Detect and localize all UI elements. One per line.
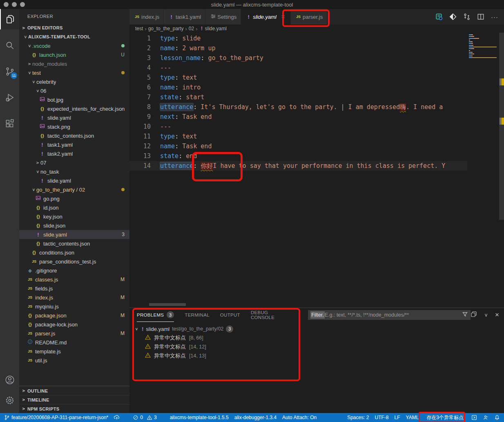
activity-source-control-icon[interactable]: 11 <box>0 61 19 82</box>
code-line-1[interactable]: 1type: slide <box>129 33 467 43</box>
code-line-12[interactable]: 12name: Task end <box>129 141 467 151</box>
tree-item-index.js[interactable]: JSindex.jsM <box>19 293 129 302</box>
scrollbar-thumb[interactable] <box>499 33 504 220</box>
code-editor[interactable]: 1type: slide2name: 2 warm up3lesson_name… <box>129 33 504 308</box>
tab-task1.yaml[interactable]: !task1.yaml <box>164 9 205 25</box>
activity-explorer-icon[interactable] <box>0 9 19 29</box>
problems-status-item[interactable]: 0 3 <box>130 413 159 422</box>
timeline-section[interactable]: >TIMELINE <box>19 395 129 404</box>
tree-item-.vscode[interactable]: >.vscode <box>19 41 129 50</box>
activity-run-debug-icon[interactable] <box>0 87 19 108</box>
panel-tab-terminal[interactable]: TERMINAL <box>185 308 210 322</box>
code-line-9[interactable]: 9next: Task end <box>129 112 467 122</box>
problem-row[interactable]: 异常中文标点[14, 12] <box>129 342 504 351</box>
tab-parser.js[interactable]: JSparser.js <box>291 9 327 25</box>
problems-file-group[interactable]: > ! slide.yaml test/go_to_the_party/02 3 <box>129 324 504 333</box>
code-line-11[interactable]: 11type: text <box>129 132 467 141</box>
tree-item-task2.yaml[interactable]: !task2.yaml <box>19 149 129 158</box>
code-line-13[interactable]: 13state: end <box>129 151 467 161</box>
tree-item-classes.js[interactable]: JSclasses.jsM <box>19 275 129 284</box>
tree-item-myqiniu.js[interactable]: JSmyqiniu.js <box>19 302 129 311</box>
tree-item-parser.js[interactable]: JSparser.jsM <box>19 329 129 338</box>
tree-item-07[interactable]: >07 <box>19 158 129 167</box>
eol-item[interactable]: LF <box>392 413 403 422</box>
beautify-icon[interactable] <box>449 13 457 20</box>
tree-item-go_to_the_party-02[interactable]: >go_to_the_party / 02 <box>19 185 129 194</box>
breadcrumb-item[interactable]: !slide.yaml <box>199 26 226 31</box>
tree-item-no_task[interactable]: >no_task <box>19 167 129 176</box>
tree-item-task1.yaml[interactable]: !task1.yaml <box>19 140 129 149</box>
problem-row[interactable]: 异常中文标点[8, 66] <box>129 333 504 342</box>
code-line-3[interactable]: 3lesson_name: go_to_the_party <box>129 53 467 63</box>
indentation-item[interactable]: Spaces: 2 <box>344 413 372 422</box>
tree-item-tactic_contents.json[interactable]: {}tactic_contents.json <box>19 131 129 140</box>
problems-filter-input[interactable]: Filter. E.g.: text, **/*.ts, !**/node_mo… <box>308 310 471 320</box>
code-line-10[interactable]: 10--- <box>129 122 467 132</box>
tab-slide.yaml[interactable]: !slide.yaml× <box>241 9 290 25</box>
split-editor-icon[interactable] <box>477 13 484 20</box>
compare-changes-icon[interactable] <box>463 13 471 20</box>
tree-item-slide.yaml[interactable]: !slide.yaml <box>19 113 129 122</box>
language-mode-item[interactable]: YAML <box>403 413 422 422</box>
tree-item-util.js[interactable]: JSutil.js <box>19 356 129 365</box>
more-actions-icon[interactable]: ··· <box>491 13 498 20</box>
activity-account-icon[interactable] <box>0 370 19 390</box>
tree-item-celebrity[interactable]: >celebrity <box>19 77 129 86</box>
tree-item-README.md[interactable]: README.md <box>19 338 129 347</box>
git-branch-item[interactable]: feature/20200608-AP-311-parse-return-jso… <box>0 413 111 422</box>
tree-item-ALIXCMS-TEMPLATE-TOOL[interactable]: >ALIXCMS-TEMPLATE-TOOL <box>19 32 129 41</box>
npm-scripts-section[interactable]: >NPM SCRIPTS <box>19 404 129 413</box>
breadcrumb-item[interactable]: test <box>135 26 143 31</box>
tree-item-bot.jpg[interactable]: bot.jpg <box>19 95 129 104</box>
code-line-4[interactable]: 4--- <box>129 63 467 73</box>
minimap[interactable] <box>469 34 498 59</box>
restore-panel-icon[interactable] <box>471 311 477 319</box>
tree-item-fields.js[interactable]: JSfields.js <box>19 284 129 293</box>
close-tab-icon[interactable]: × <box>280 13 286 20</box>
tab-index.js[interactable]: JSindex.js <box>129 9 163 25</box>
code-line-8[interactable]: 8utterance: It's Thursday, let's go to t… <box>129 102 467 112</box>
activity-search-icon[interactable] <box>0 35 19 56</box>
vertical-scrollbar[interactable] <box>499 33 504 308</box>
extension-status-1[interactable]: alixcms-template-tool-1.5.5 <box>167 413 232 422</box>
encoding-item[interactable]: UTF-8 <box>372 413 392 422</box>
close-panel-icon[interactable]: × <box>495 311 499 319</box>
yaml-checker-icon[interactable] <box>435 13 443 20</box>
tree-item-06[interactable]: >06 <box>19 86 129 95</box>
problem-row[interactable]: 异常中文标点[14, 13] <box>129 351 504 360</box>
tree-item-stack.png[interactable]: stack.png <box>19 122 129 131</box>
ports-item[interactable] <box>468 413 480 422</box>
tree-item-tactic_contents.json[interactable]: {}tactic_contents.json <box>19 239 129 248</box>
code-line-14[interactable]: 14utterance: 你好I have to say that your p… <box>129 161 467 171</box>
tree-item-expected_intents_for_check.json[interactable]: {}expected_intents_for_check.json <box>19 104 129 113</box>
sync-changes-item[interactable] <box>111 413 123 422</box>
panel-tab-debug-console[interactable]: DEBUG CONSOLE <box>251 308 292 322</box>
tree-item-launch.json[interactable]: {}launch.jsonU <box>19 50 129 59</box>
tree-item-slide.yaml[interactable]: !slide.yaml <box>19 176 129 185</box>
tree-item-node_modules[interactable]: >node_modules <box>19 59 129 68</box>
code-line-6[interactable]: 6name: intro <box>129 83 467 92</box>
tree-item-test[interactable]: >test <box>19 68 129 77</box>
outline-section[interactable]: >OUTLINE <box>19 386 129 395</box>
activity-settings-icon[interactable] <box>0 390 19 411</box>
code-line-5[interactable]: 5type: text <box>129 73 467 83</box>
maximize-panel-icon[interactable]: < <box>483 313 489 317</box>
tree-item-template.js[interactable]: JStemplate.js <box>19 347 129 356</box>
tree-item-.gitignore[interactable]: ◆.gitignore <box>19 266 129 275</box>
tree-item-key.json[interactable]: {}key.json <box>19 212 129 221</box>
notifications-item[interactable] <box>491 413 504 422</box>
code-line-2[interactable]: 2name: 2 warm up <box>129 43 467 53</box>
auto-attach-item[interactable]: Auto Attach: On <box>279 413 319 422</box>
tree-item-package.json[interactable]: {}package.jsonM <box>19 311 129 320</box>
feedback-item[interactable] <box>480 413 491 422</box>
tree-item-conditions.json[interactable]: {}conditions.json <box>19 248 129 257</box>
extension-status-2[interactable]: alix-debugger-1.3.4 <box>232 413 279 422</box>
tree-item-parse_conditions_test.js[interactable]: JSparse_conditions_test.js <box>19 257 129 266</box>
filter-icon[interactable] <box>462 311 468 319</box>
code-line-7[interactable]: 7state: start <box>129 92 467 102</box>
panel-tab-problems[interactable]: PROBLEMS3 <box>137 308 174 322</box>
tab-Settings[interactable]: Settings <box>205 9 241 25</box>
activity-extensions-icon[interactable] <box>0 114 19 134</box>
panel-tab-output[interactable]: OUTPUT <box>220 308 240 322</box>
cjk-punctuation-status[interactable]: 存在3个异常标点 <box>421 413 468 422</box>
